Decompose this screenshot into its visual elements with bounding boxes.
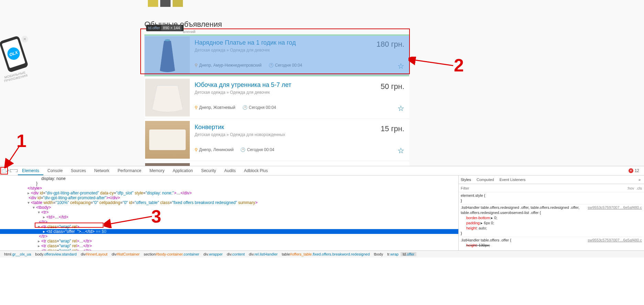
offer-price: 50 грн. [361,82,404,91]
error-count[interactable]: ✕12 [625,166,643,175]
offer-time: 🕐Сегодня 00:04 [240,147,274,152]
thumb-row [144,0,409,7]
svg-line-2 [411,59,453,66]
olx-logo: OLX [6,46,21,61]
offer-photo[interactable] [145,121,190,159]
error-icon: ✕ [629,168,633,173]
offer-location: ⚲Днепр, Жовтневый [195,105,236,110]
mobile-apps-text: МОБИЛЬНЫЕПРИЛОЖЕНИЯ [0,69,31,83]
favorite-star-icon[interactable]: ☆ [397,62,404,71]
styles-panel: Styles Computed Event Listeners » :hov .… [458,176,644,250]
offer-title[interactable]: Нарядное Платье на 1 годик на год [195,39,296,46]
offer-row[interactable]: Нарядное Платье на 1 годик на год Детска… [144,34,409,77]
pin-icon: ⚲ [195,147,198,152]
tab-adblock[interactable]: Adblock Plus [240,166,272,175]
tab-audits[interactable]: Audits [220,166,240,175]
annotation-box-3 [35,223,103,228]
breadcrumb[interactable]: html.gr__olx_ua body.offersview.standard… [0,250,644,258]
offer-photo[interactable] [145,36,190,74]
svg-line-3 [106,216,152,225]
annotation-1: 1 [17,131,26,151]
elements-tree[interactable]: display: none } </style> ▸<div id="div-g… [0,176,458,250]
pin-icon: ⚲ [195,105,198,110]
devtools-panel: ⬚⬀ ⫍⫎ Elements Console Sources Network P… [0,166,644,305]
more-tabs-icon[interactable]: » [638,178,641,182]
svg-point-0 [165,39,170,41]
computed-tab[interactable]: Computed [477,178,494,182]
css-rules[interactable]: element.style { } sw9553c57597007…6e5af4… [459,192,644,250]
annotation-arrow-3 [104,214,155,228]
styles-tab[interactable]: Styles [461,178,471,182]
subtitle-fragment: влений [183,30,448,34]
offer-row[interactable]: Юбочка для утренника на 5-7 лет Детская … [144,77,409,119]
section-title: Обычные объявления [144,20,409,29]
clock-icon: 🕐 [269,63,274,68]
annotation-3: 3 [151,206,161,227]
offer-time: 🕐Сегодня 00:04 [269,63,302,68]
offer-price: 180 грн. [361,40,404,49]
favorite-star-icon[interactable]: ☆ [397,146,404,155]
event-listeners-tab[interactable]: Event Listeners [500,178,526,182]
close-promo-icon[interactable]: ✕ [21,36,28,43]
offer-time: 🕐Сегодня 00:04 [242,105,276,110]
favorite-star-icon[interactable]: ☆ [397,104,404,113]
tab-elements[interactable]: Elements [18,166,43,175]
tab-sources[interactable]: Sources [67,166,90,175]
inspect-tooltip: td.offer890 × 144 [146,25,184,31]
offer-category: Детская одежда » Одежда для девочек [195,48,356,53]
offer-title[interactable]: Конвертик [195,124,224,131]
offer-category: Детская одежда » Одежда для новорожденны… [195,132,356,137]
offer-location: ⚲Днепр, Амур-Нижнеднепровский [195,63,262,68]
offer-photo[interactable] [145,79,190,116]
tab-memory[interactable]: Memory [145,166,168,175]
offer-category: Детская одежда » Одежда для девочек [195,90,356,95]
cls-toggle[interactable]: .cls [636,186,642,190]
clock-icon: 🕐 [240,147,245,152]
hov-toggle[interactable]: :hov [627,186,634,190]
annotation-2: 2 [454,55,464,76]
tab-security[interactable]: Security [197,166,220,175]
offer-row[interactable]: Конвертик Детская одежда » Одежда для но… [144,119,409,161]
tab-application[interactable]: Application [168,166,197,175]
mobile-app-promo[interactable]: ✕ OLX МОБИЛЬНЫЕПРИЛОЖЕНИЯ [0,38,31,80]
tab-network[interactable]: Network [90,166,113,175]
clock-icon: 🕐 [242,105,248,110]
css-source-link[interactable]: sw9553c57597007…6e5af480.c [588,238,642,243]
offer-title[interactable]: Юбочка для утренника на 5-7 лет [195,81,291,89]
tab-performance[interactable]: Performance [113,166,145,175]
pin-icon: ⚲ [195,63,198,68]
tab-console[interactable]: Console [43,166,67,175]
styles-filter-input[interactable] [461,186,627,190]
offer-location: ⚲Днепр, Ленинский [195,147,233,152]
offer-price: 15 грн. [361,124,404,133]
annotation-arrow-2 [408,57,457,70]
css-source-link[interactable]: sw9553c57597007…6e5af480.c [588,205,642,210]
selected-dom-node[interactable]: ▸<td class="offer ">…</td> == $0 [0,229,458,234]
